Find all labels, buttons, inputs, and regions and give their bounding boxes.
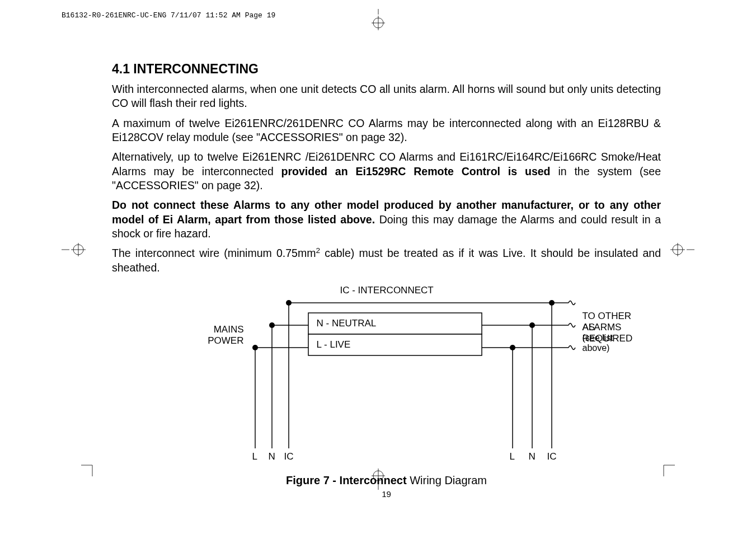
- p5-part-a: The interconnect wire (minimum 0.75mm: [112, 247, 316, 259]
- mains-label-2: POWER: [188, 335, 244, 346]
- ic-label: IC - INTERCONNECT: [340, 285, 434, 296]
- term-n-right: N: [529, 451, 536, 462]
- term-ic-left: IC: [284, 451, 294, 462]
- paragraph-5: The interconnect wire (minimum 0.75mm2 c…: [112, 246, 661, 275]
- right-label-3: (see list above): [583, 333, 638, 353]
- figure-caption-bold: Figure 7 - Interconnect: [286, 474, 407, 486]
- wiring-diagram: IC - INTERCONNECT N - NEUTRAL L - LIVE M…: [135, 280, 638, 471]
- figure-caption-rest: Wiring Diagram: [407, 474, 487, 486]
- term-l-right: L: [510, 451, 515, 462]
- paragraph-4: Do not connect these Alarms to any other…: [112, 198, 661, 241]
- crop-corner-bottom-left: [81, 460, 98, 476]
- mains-label-1: MAINS: [188, 324, 244, 335]
- p3-bold: provided an Ei1529RC Remote Control is u…: [281, 165, 551, 177]
- page-header-meta: B16132-R0-261ENRC-UC-ENG 7/11/07 11:52 A…: [62, 11, 275, 20]
- l-label: L - LIVE: [317, 339, 351, 350]
- section-heading: 4.1 INTERCONNECTING: [112, 62, 661, 77]
- n-label: N - NEUTRAL: [317, 318, 377, 329]
- crop-corner-bottom-right: [658, 460, 675, 476]
- term-ic-right: IC: [547, 451, 557, 462]
- term-l-left: L: [252, 451, 257, 462]
- crop-mark-bottom: [370, 467, 387, 490]
- crop-mark-top: [370, 9, 387, 31]
- crop-mark-left: [62, 241, 87, 258]
- paragraph-1: With interconnected alarms, when one uni…: [112, 82, 661, 111]
- paragraph-2: A maximum of twelve Ei261ENRC/261DENRC C…: [112, 116, 661, 145]
- page-number: 19: [112, 489, 661, 499]
- wiring-svg: [135, 280, 638, 471]
- crop-mark-right: [669, 241, 694, 258]
- figure-caption: Figure 7 - Interconnect Wiring Diagram: [112, 474, 661, 487]
- p5-superscript: 2: [316, 246, 320, 255]
- term-n-left: N: [269, 451, 275, 462]
- paragraph-3: Alternatively, up to twelve Ei261ENRC /E…: [112, 150, 661, 193]
